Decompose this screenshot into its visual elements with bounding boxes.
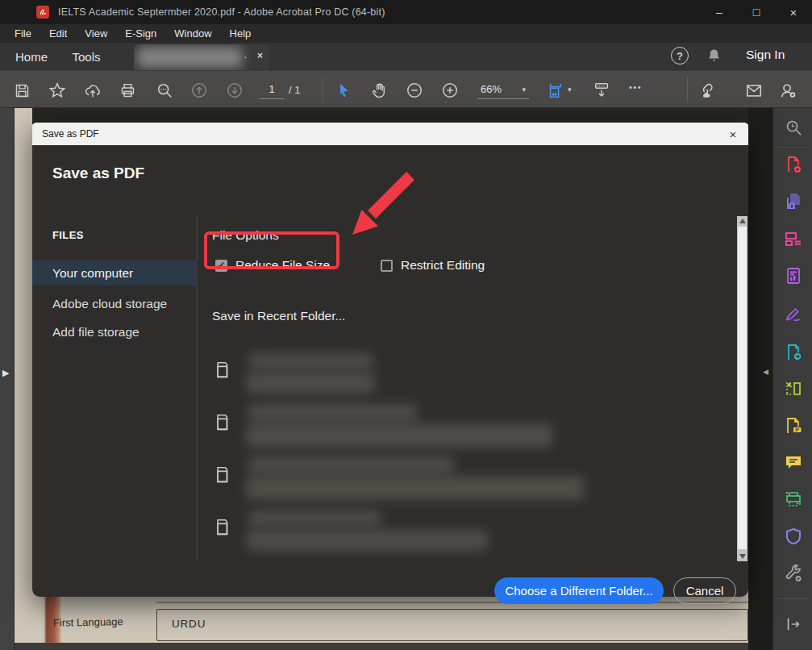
zoom-out-icon[interactable] <box>406 81 423 99</box>
minimize-button[interactable]: – <box>702 0 737 24</box>
dialog-heading: Save as PDF <box>52 165 144 182</box>
select-tool-icon[interactable] <box>335 81 352 99</box>
protect-icon[interactable] <box>784 527 803 546</box>
save-in-recent-folder-header: Save in Recent Folder... <box>212 309 345 323</box>
folder-icon <box>216 412 238 431</box>
dim-overlay <box>32 108 748 124</box>
dialog-content: FILES Your computer Adobe cloud storage … <box>32 216 748 561</box>
right-gutter: ◀ <box>748 108 772 650</box>
restrict-editing-checkbox[interactable] <box>381 260 393 272</box>
notifications-bell-icon[interactable] <box>706 48 722 63</box>
tab-bar: Home Tools <box>0 43 812 70</box>
recent-folder-row[interactable] <box>212 463 712 510</box>
share-link-icon[interactable] <box>697 81 714 99</box>
prepare-form-icon[interactable] <box>784 266 803 285</box>
title-bar: IELTS Academic Septermber 2020.pdf - Ado… <box>0 0 812 24</box>
organize-pages-icon[interactable] <box>784 229 803 248</box>
recent-folder-row[interactable] <box>212 410 712 457</box>
dialog-title: Save as PDF <box>42 128 99 140</box>
zoom-in-icon[interactable] <box>441 81 459 99</box>
blurred-document-name <box>137 47 242 68</box>
add-account-icon[interactable] <box>779 81 797 99</box>
blurred-folder-path <box>246 373 375 394</box>
restrict-editing-label: Restrict Editing <box>401 258 485 273</box>
tab-tools[interactable]: Tools <box>63 43 110 70</box>
maximize-button[interactable]: □ <box>739 0 774 24</box>
combine-files-icon[interactable] <box>784 192 803 211</box>
folder-icon <box>216 517 238 536</box>
first-language-value: URDU <box>172 618 206 630</box>
toolbar-divider <box>687 77 688 102</box>
menu-window[interactable]: Window <box>167 26 219 41</box>
hand-tool-icon[interactable] <box>370 81 388 99</box>
menu-view[interactable]: View <box>77 26 115 41</box>
main-toolbar: 1 / 1 66% ▾ ▾ ••• <box>0 70 812 108</box>
page-fit-icon[interactable] <box>547 81 564 99</box>
restrict-editing-option[interactable]: Restrict Editing <box>381 258 485 273</box>
first-language-field: URDU <box>156 609 748 641</box>
compare-files-icon[interactable] <box>784 416 803 435</box>
blurred-folder-name <box>248 456 454 474</box>
cloud-upload-icon[interactable] <box>84 81 102 99</box>
document-tab-close-icon[interactable]: × <box>257 50 263 61</box>
files-panel: FILES Your computer Adobe cloud storage … <box>32 216 198 561</box>
collapse-tools-pane-icon[interactable]: ◀ <box>763 368 768 376</box>
recent-folder-row[interactable] <box>212 358 712 405</box>
fill-sign-icon[interactable] <box>784 304 803 323</box>
files-item-your-computer[interactable]: Your computer <box>32 260 198 285</box>
print-icon[interactable] <box>119 81 136 99</box>
request-signatures-icon[interactable] <box>784 343 803 362</box>
menu-esign[interactable]: E-Sign <box>118 26 164 41</box>
search-icon[interactable] <box>156 81 173 99</box>
dialog-footer: Choose a Different Folder... Cancel <box>32 561 748 597</box>
zoom-level-dropdown[interactable]: 66% ▾ <box>477 80 529 99</box>
email-icon[interactable] <box>745 81 763 99</box>
collapse-panel-icon[interactable] <box>784 615 803 634</box>
create-pdf-icon[interactable] <box>784 155 803 174</box>
sidebar-divider <box>777 598 808 599</box>
dialog-scrollbar[interactable] <box>737 216 747 561</box>
files-item-add-file-storage[interactable]: Add file storage <box>32 319 198 344</box>
scan-ocr-icon[interactable] <box>784 490 803 509</box>
blurred-folder-path <box>246 423 552 448</box>
tab-home[interactable]: Home <box>6 43 56 70</box>
zoom-value: 66% <box>481 83 502 95</box>
close-button[interactable]: × <box>776 0 811 24</box>
more-tools-icon[interactable] <box>784 564 803 583</box>
scrollbar-up-icon[interactable] <box>739 219 746 223</box>
acrobat-app-icon <box>36 6 49 19</box>
sign-in-button[interactable]: Sign In <box>746 48 785 62</box>
menu-help[interactable]: Help <box>223 26 259 41</box>
files-item-adobe-cloud-storage[interactable]: Adobe cloud storage <box>32 291 198 316</box>
folder-icon <box>216 465 238 484</box>
comment-icon[interactable] <box>784 452 803 472</box>
page-number-input[interactable]: 1 <box>260 80 284 99</box>
save-icon[interactable] <box>13 81 31 99</box>
page-fit-chevron-icon: ▾ <box>568 85 572 94</box>
recent-folder-row[interactable] <box>212 515 712 562</box>
search-icon[interactable] <box>784 118 803 137</box>
scrollbar-thumb[interactable] <box>738 227 747 549</box>
menu-edit[interactable]: Edit <box>42 26 74 41</box>
scrollbar-down-icon[interactable] <box>739 554 746 559</box>
cancel-button[interactable]: Cancel <box>673 577 736 604</box>
previous-page-icon[interactable] <box>190 81 208 99</box>
expand-nav-pane-icon[interactable]: ▶ <box>2 368 9 378</box>
menu-file[interactable]: File <box>7 26 39 41</box>
first-language-label: First Language <box>53 615 123 629</box>
navigation-pane-strip: ▶ <box>0 108 15 650</box>
document-tab-dot: . <box>244 48 247 60</box>
document-tab[interactable]: . × <box>134 44 269 70</box>
more-options-icon[interactable]: ••• <box>629 82 642 92</box>
choose-different-folder-button[interactable]: Choose a Different Folder... <box>494 577 664 604</box>
dialog-close-icon[interactable]: × <box>725 126 741 142</box>
next-page-icon[interactable] <box>226 81 244 99</box>
crop-pages-icon[interactable] <box>784 379 803 398</box>
blurred-folder-path <box>246 530 488 551</box>
toolbar-download-icon[interactable] <box>593 81 610 99</box>
blurred-folder-name <box>248 404 418 422</box>
help-icon[interactable]: ? <box>671 47 689 65</box>
star-icon[interactable] <box>48 81 66 99</box>
dialog-body: Save as PDF FILES Your computer Adobe cl… <box>32 145 748 597</box>
window-title: IELTS Academic Septermber 2020.pdf - Ado… <box>58 6 385 18</box>
